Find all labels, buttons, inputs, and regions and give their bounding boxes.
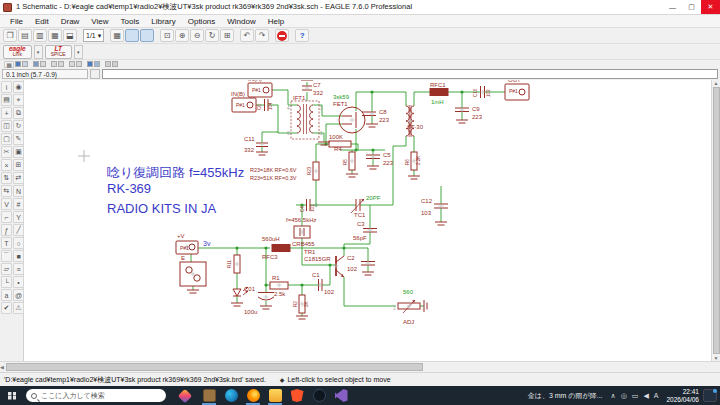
net-wires[interactable] <box>191 82 505 316</box>
schematic-label[interactable]: R23=51K RF=0.3V <box>250 175 297 181</box>
schematic-label[interactable]: C10 <box>473 88 478 97</box>
replace-tool[interactable]: ⇄ <box>13 172 24 184</box>
display-tool[interactable]: ▤ <box>1 94 12 106</box>
schematic-label[interactable]: f=456.5kHz <box>286 217 317 223</box>
schematic-label[interactable]: 3v <box>203 240 211 247</box>
export-image-button[interactable]: ▦ <box>48 29 62 42</box>
save-button[interactable]: ▤ <box>18 29 32 42</box>
errors-tool[interactable]: ⚠ <box>13 302 24 314</box>
add-tool[interactable]: ⊞ <box>13 159 24 171</box>
help-button[interactable]: ? <box>295 29 309 42</box>
schematic-label[interactable]: 223 <box>379 117 390 123</box>
grid-button[interactable]: ▦ <box>110 29 124 42</box>
schematic-label[interactable]: 20PF <box>366 195 381 201</box>
sheet-combo[interactable]: 1/1 ▾ <box>83 29 104 42</box>
smash-tool[interactable]: # <box>13 198 24 210</box>
menu-library[interactable]: Library <box>145 17 181 26</box>
schematic-label[interactable]: TC1 <box>354 212 366 218</box>
schematic-label[interactable]: RFC3 <box>262 254 278 260</box>
print-button[interactable]: ▥ <box>33 29 47 42</box>
change-tool[interactable]: ✎ <box>13 133 24 145</box>
schematic-label[interactable]: R2 <box>293 301 298 307</box>
scroll-left-icon[interactable]: ◀ <box>0 364 4 370</box>
schematic-label[interactable]: TR1 <box>304 249 316 255</box>
erc-tool[interactable]: ✔ <box>1 302 12 314</box>
schematic-label[interactable]: R5 <box>343 159 348 165</box>
schematic-label[interactable]: 332 <box>244 147 255 153</box>
schematic-label[interactable]: 3sk59 <box>333 94 350 100</box>
layer-color-swatch[interactable] <box>69 61 75 67</box>
grid-settings-button[interactable]: ▦ <box>4 61 14 68</box>
schematic-label[interactable]: 560uH <box>262 236 280 242</box>
schematic-label[interactable]: C1815GR <box>304 256 331 262</box>
menu-file[interactable]: File <box>4 17 29 26</box>
layer-color-swatch[interactable] <box>105 61 111 67</box>
schematic-label[interactable]: 56pF <box>353 235 367 241</box>
bus-tool[interactable]: ≡ <box>13 263 24 275</box>
schematic-label[interactable]: OUT <box>508 80 521 83</box>
schematic-label[interactable]: R4 <box>334 146 342 152</box>
zoom-select-button[interactable]: ⊞ <box>220 29 234 42</box>
menu-window[interactable]: Window <box>221 17 261 26</box>
layer-color-swatch[interactable] <box>33 61 39 67</box>
schematic-label[interactable]: R6 <box>405 159 410 165</box>
scroll-up-icon[interactable]: ▲ <box>714 80 719 86</box>
schematic-label[interactable]: R11 <box>227 260 232 268</box>
menu-draw[interactable]: Draw <box>55 17 86 26</box>
schematic-label[interactable]: 2.2K <box>416 156 421 165</box>
eagle-link-button-dropdown[interactable]: ▾ <box>34 45 43 59</box>
layer-color-swatch[interactable] <box>58 61 64 67</box>
invoke-tool[interactable]: ƒ <box>1 224 12 236</box>
taskbar-app-dark-app[interactable] <box>308 386 330 405</box>
schematic-label[interactable]: 223 <box>472 114 483 120</box>
layer-color-swatch[interactable] <box>22 61 28 67</box>
vertical-scrollbar[interactable]: ▲ ▼ <box>711 80 720 361</box>
pinswap-tool[interactable]: ⇅ <box>1 172 12 184</box>
polygon-tool[interactable]: ▱ <box>1 263 12 275</box>
schematic-label[interactable]: 100K <box>329 134 343 140</box>
menu-view[interactable]: View <box>85 17 114 26</box>
info-tool[interactable]: i <box>1 81 12 93</box>
schematic-label[interactable]: 104 <box>268 102 273 110</box>
schematic-label[interactable]: ADJ <box>403 319 414 325</box>
show-tool[interactable]: ◉ <box>13 81 24 93</box>
menu-options[interactable]: Options <box>182 17 222 26</box>
paste-tool[interactable]: ▣ <box>13 146 24 158</box>
schematic-label[interactable]: 唸り復調回路 f=455kHz <box>107 165 244 180</box>
taskbar-app-brave[interactable] <box>286 386 308 405</box>
schematic-label[interactable]: RFC1 <box>430 82 446 88</box>
ltspice-button-dropdown[interactable]: ▾ <box>74 45 83 59</box>
miter-tool[interactable]: ⌐ <box>1 211 12 223</box>
taskbar-app-explorer[interactable] <box>264 386 286 405</box>
zoom-out-button[interactable]: ⊖ <box>190 29 204 42</box>
taskbar-app-eagle[interactable] <box>198 386 220 405</box>
schematic-label[interactable]: 103 <box>421 210 432 216</box>
ltspice-button[interactable]: LTSPICE <box>45 45 72 59</box>
schematic-label[interactable]: 3 <box>320 106 323 111</box>
schematic-label[interactable]: 1 <box>393 306 396 311</box>
schematic-label[interactable]: 1mH <box>431 99 444 105</box>
schematic-label[interactable]: C11 <box>244 136 255 142</box>
menu-help[interactable]: Help <box>262 17 290 26</box>
gateswap-tool[interactable]: ⇆ <box>1 185 12 197</box>
maximize-button[interactable]: ▢ <box>682 0 701 14</box>
schematic-label[interactable]: C12 <box>421 198 433 204</box>
menu-tools[interactable]: Tools <box>115 17 146 26</box>
schematic-label[interactable]: IN(B) <box>231 91 245 97</box>
start-button[interactable] <box>0 386 24 405</box>
schematic-label[interactable]: P#1 <box>180 245 189 251</box>
zoom-in-button[interactable]: ⊕ <box>175 29 189 42</box>
coordinate-mini-button[interactable] <box>90 69 100 79</box>
board-button[interactable]: ⬓ <box>63 29 77 42</box>
sheet-thumb-2[interactable] <box>140 29 154 42</box>
copilot-icon[interactable] <box>178 388 192 402</box>
schematic-label[interactable]: 102 <box>324 289 335 295</box>
schematic-label[interactable]: R23 <box>307 166 312 175</box>
circle-tool[interactable]: ○ <box>13 237 24 249</box>
rotate-tool[interactable]: ↻ <box>13 120 24 132</box>
split-tool[interactable]: Y <box>13 211 24 223</box>
schematic-label[interactable]: C5 <box>383 152 391 158</box>
schematic-label[interactable]: 6 <box>287 131 290 136</box>
taskbar-app-firefox[interactable] <box>242 386 264 405</box>
stop-button[interactable] <box>275 29 289 42</box>
